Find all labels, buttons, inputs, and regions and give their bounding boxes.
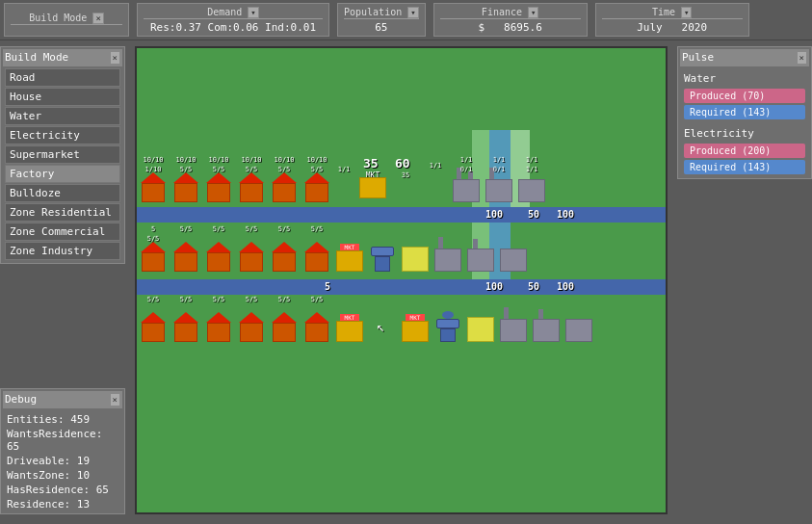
demand-title: Demand ▾ xyxy=(144,7,323,19)
menu-bulldoze[interactable]: Bulldoze xyxy=(5,184,120,202)
menu-road[interactable]: Road xyxy=(5,68,120,87)
house-cell: 10/10 5/5 xyxy=(301,154,332,202)
road2-label-100-2: 100 xyxy=(557,281,574,292)
menu-zone-industry[interactable]: Zone Industry xyxy=(5,242,120,260)
house-cell: 10/10 5/5 xyxy=(236,154,267,202)
road1-label-100-1: 100 xyxy=(485,209,503,220)
debug-wants-residence: WantsResidence: 65 xyxy=(3,427,122,454)
finance-close[interactable]: ▾ xyxy=(528,7,538,18)
time-close[interactable]: ▾ xyxy=(681,7,692,18)
house-cell-r2: 5/5 xyxy=(236,223,267,272)
debug-title: Debug × xyxy=(3,391,122,408)
house-cell-r3: 5/5 xyxy=(170,294,201,342)
population-panel: Population ▾ 65 xyxy=(337,3,426,37)
road2-label-50: 50 xyxy=(528,281,539,292)
industrial-r3b xyxy=(531,294,562,342)
house-cell-r3: 5/5 xyxy=(236,294,267,342)
row2-buildings: 5 5/5 5/5 5/5 5/5 5/5 xyxy=(137,223,530,272)
game-area[interactable]: 10/10 1/10 10/10 5/5 10/10 5/5 10/10 5/5 xyxy=(135,46,668,514)
industrial-cell: 1/1 0/1 xyxy=(484,154,514,202)
debug-wants-zone: WantsZone: 10 xyxy=(3,468,122,483)
house-cell-r3: 5/5 xyxy=(301,294,332,342)
house-cell-r2: 5/5 xyxy=(269,223,300,272)
menu-supermarket[interactable]: Supermarket xyxy=(5,145,120,164)
industrial-r2 xyxy=(432,223,463,272)
road1-label-50: 50 xyxy=(528,209,539,220)
city-container[interactable]: 10/10 1/10 10/10 5/5 10/10 5/5 10/10 5/5 xyxy=(137,48,666,512)
finance-panel: Finance ▾ $ 8695.6 xyxy=(433,3,588,37)
pulse-title: Pulse × xyxy=(680,49,809,66)
debug-driveable: Driveable: 19 xyxy=(3,454,122,468)
industrial-r3 xyxy=(498,294,529,342)
market2-r3: MKT xyxy=(400,294,431,342)
industrial-r3c xyxy=(563,294,594,342)
debug-entities: Entities: 459 xyxy=(3,412,122,427)
menu-water[interactable]: Water xyxy=(5,107,120,125)
house-cell-r2: 5/5 xyxy=(170,223,201,272)
label-35: 35 xyxy=(363,156,379,170)
house-cell: 10/10 5/5 xyxy=(269,154,300,202)
electricity-produced: Produced (200) xyxy=(684,144,805,158)
row1-buildings: 10/10 1/10 10/10 5/5 10/10 5/5 10/10 5/5 xyxy=(137,154,548,202)
build-mode-close[interactable]: × xyxy=(92,13,103,24)
electricity-title: Electricity xyxy=(680,125,809,142)
house-cell-r3: 5/5 xyxy=(203,294,234,342)
cursor-cell: ↖ xyxy=(367,294,398,342)
road-1: 100 50 100 xyxy=(137,207,666,223)
house-cell: 10/10 1/10 xyxy=(138,154,169,202)
demand-close[interactable]: ▾ xyxy=(248,7,258,18)
electricity-required: Required (143) xyxy=(684,160,805,174)
water-required: Required (143) xyxy=(684,105,805,119)
industrial-r2 xyxy=(465,223,496,272)
house-cell-r2: 5/5 xyxy=(301,223,332,272)
time-title: Time ▾ xyxy=(602,7,743,19)
build-menu-panel: Build Mode × Road House Water Electricit… xyxy=(0,46,125,264)
road1-label-100-2: 100 xyxy=(557,209,574,220)
demand-value: Res:0.37 Com:0.06 Ind:0.01 xyxy=(150,21,316,34)
build-menu-close[interactable]: × xyxy=(110,51,120,65)
col-60-area: 60 35 xyxy=(391,154,420,202)
demand-panel: Demand ▾ Res:0.37 Com:0.06 Ind:0.01 xyxy=(137,3,329,37)
menu-house[interactable]: House xyxy=(5,88,120,106)
build-mode-title: Build Mode × xyxy=(11,13,122,25)
water-building-r2 xyxy=(367,223,398,272)
time-panel: Time ▾ July 2020 xyxy=(595,3,749,37)
time-value: July 2020 xyxy=(637,21,707,34)
population-title: Population ▾ xyxy=(344,7,419,19)
menu-zone-commercial[interactable]: Zone Commercial xyxy=(5,223,120,241)
debug-has-residence: HasResidence: 65 xyxy=(3,483,122,497)
market-cell-r2: MKT xyxy=(334,223,365,272)
water-tower-r3 xyxy=(432,294,463,342)
house-cell: 10/10 5/5 xyxy=(203,154,234,202)
house-label-1: 10/10 xyxy=(138,156,169,164)
industrial-cell: 1/1 1/1 xyxy=(516,154,547,202)
build-mode-panel: Build Mode × xyxy=(4,3,129,37)
small-cell: 1/1 xyxy=(334,154,354,202)
road2-label-5: 5 xyxy=(325,281,330,292)
population-value: 65 xyxy=(375,21,387,34)
menu-factory[interactable]: Factory xyxy=(5,165,120,183)
debug-panel: Debug × Entities: 459 WantsResidence: 65… xyxy=(0,388,125,514)
house-cell-r3: 5/5 xyxy=(269,294,300,342)
debug-close[interactable]: × xyxy=(110,393,120,406)
menu-electricity[interactable]: Electricity xyxy=(5,126,120,144)
road2-label-100-1: 100 xyxy=(485,281,503,292)
house-cell-r2: 5 5/5 xyxy=(138,223,169,272)
col-35-area: 35 MKT xyxy=(355,154,389,202)
population-close[interactable]: ▾ xyxy=(407,7,418,18)
industrial-r2 xyxy=(498,223,529,272)
road-2: 5 100 50 100 xyxy=(137,279,666,295)
top-bar: Build Mode × Demand ▾ Res:0.37 Com:0.06 … xyxy=(0,0,812,40)
house-cell-r2: 5/5 xyxy=(203,223,234,272)
pulse-panel: Pulse × Water Produced (70) Required (14… xyxy=(677,46,812,179)
pulse-close[interactable]: × xyxy=(797,51,807,65)
label-60: 60 xyxy=(395,156,410,170)
market-r3: MKT xyxy=(334,294,365,342)
finance-title: Finance ▾ xyxy=(440,7,581,19)
water-produced: Produced (70) xyxy=(684,89,805,103)
build-menu-title: Build Mode × xyxy=(3,49,122,66)
row3-buildings: 5/5 5/5 5/5 5/5 5/5 xyxy=(137,294,595,342)
house-cell: 10/10 5/5 xyxy=(170,154,201,202)
yellow-cell-r2 xyxy=(400,223,431,272)
menu-zone-residential[interactable]: Zone Residential xyxy=(5,203,120,222)
